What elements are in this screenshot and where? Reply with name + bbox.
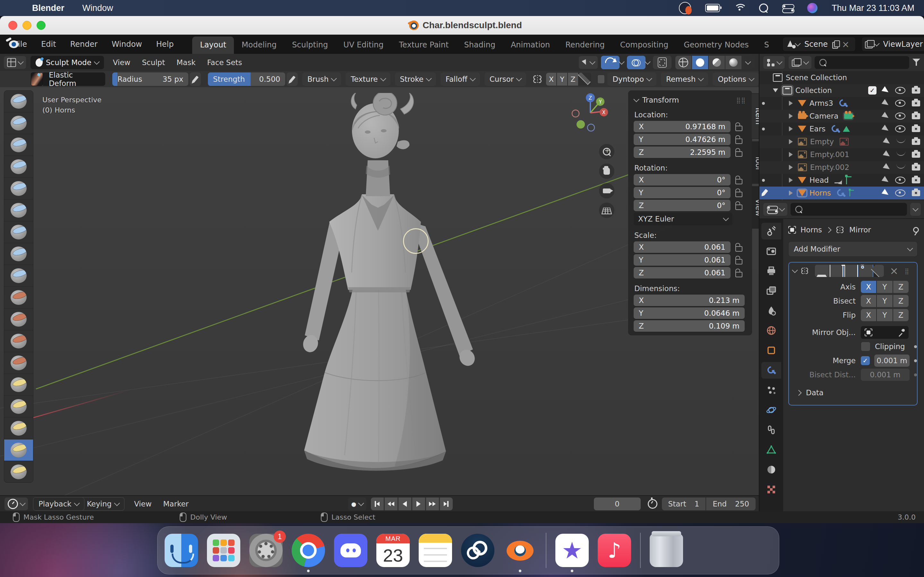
flip-x-button[interactable]: X (861, 309, 876, 321)
zoom-window-button[interactable] (37, 21, 45, 30)
mirror-dropdown[interactable] (579, 73, 590, 85)
eye-closed-icon[interactable] (897, 164, 905, 169)
sculpt-brush-button[interactable] (4, 374, 33, 395)
brush-popover[interactable]: Brush (302, 73, 341, 86)
tab-physics-properties[interactable] (761, 402, 781, 418)
viewlayer-selector[interactable]: ViewLayer × (861, 37, 924, 52)
dock-launchpad-icon[interactable] (207, 534, 240, 567)
sculpt-brush-button[interactable] (4, 396, 33, 417)
sculpt-brush-button[interactable] (4, 178, 33, 199)
render-visibility-icon[interactable] (912, 139, 920, 145)
dock-imovie-icon[interactable] (556, 534, 589, 567)
stroke-popover[interactable]: Stroke (395, 73, 436, 86)
mirror-z-button[interactable]: Z (568, 73, 578, 85)
current-frame-field[interactable]: 0 (594, 498, 641, 510)
playback-menu[interactable]: Playback (33, 497, 84, 511)
xray-toggle[interactable] (653, 56, 672, 69)
lock-icon[interactable] (735, 151, 742, 157)
sculpt-brush-button[interactable] (4, 309, 33, 330)
tab-world-properties[interactable] (761, 322, 781, 339)
render-visibility-icon[interactable] (912, 113, 920, 119)
viewport-menu-item[interactable]: Sculpt (136, 58, 171, 67)
menubar-app-icon[interactable] (679, 2, 691, 14)
zoom-view-button[interactable] (599, 144, 614, 159)
eye-closed-icon[interactable] (897, 151, 905, 156)
dock-settings-icon[interactable]: 1 (249, 534, 283, 567)
dock-notes-icon[interactable] (419, 534, 452, 567)
sculpt-brush-button[interactable] (4, 113, 33, 134)
eye-icon[interactable] (895, 125, 905, 132)
scene-name[interactable]: Scene (800, 40, 832, 49)
render-visibility-icon[interactable] (912, 177, 920, 183)
dock-calendar-icon[interactable]: MAR 23 (376, 534, 410, 567)
viewlayer-name[interactable]: ViewLayer (879, 40, 924, 49)
viewport-menu-item[interactable]: View (107, 58, 136, 67)
timeline-editor-type[interactable] (5, 498, 28, 510)
edit-mode-toggle[interactable] (815, 265, 829, 277)
move-view-button[interactable] (599, 163, 614, 179)
ortho-toggle-button[interactable] (599, 203, 614, 218)
outliner-row-object[interactable]: Empty.002 (759, 161, 924, 174)
dock-trash-icon[interactable] (650, 534, 683, 567)
render-visibility-icon[interactable] (912, 152, 920, 158)
eyedropper-icon[interactable] (898, 329, 905, 336)
properties-editor-type[interactable] (763, 203, 787, 216)
dimension-field[interactable]: X0.213 m (634, 295, 745, 306)
object-name[interactable]: Arms3 (809, 99, 833, 107)
workspace-tab[interactable]: Compositing (612, 37, 676, 54)
sculpt-brush-button[interactable] (4, 265, 33, 286)
options-popover[interactable]: Options (712, 73, 759, 86)
camera-view-button[interactable] (599, 183, 614, 198)
new-scene-icon[interactable] (832, 40, 839, 48)
sculpt-brush-button[interactable] (4, 352, 33, 374)
render-visibility-icon[interactable] (912, 100, 920, 106)
animate-dot[interactable] (914, 374, 917, 376)
sculpt-brush-button[interactable] (4, 440, 33, 461)
viewport-menu-item[interactable]: Mask (171, 58, 201, 67)
end-frame-field[interactable]: End 250 (706, 498, 756, 510)
sculpt-character-model[interactable] (276, 93, 481, 495)
show-overlays-toggle[interactable] (627, 56, 646, 69)
outliner-row-object[interactable]: Camera (759, 110, 924, 122)
tab-particle-properties[interactable] (761, 382, 781, 398)
eye-closed-icon[interactable] (897, 139, 905, 143)
workspace-tab[interactable]: Geometry Nodes (676, 37, 756, 54)
editor-type-button[interactable] (4, 56, 26, 69)
spotlight-icon[interactable] (759, 3, 768, 13)
workspace-tab[interactable]: UV Editing (336, 37, 391, 54)
outliner-row-object[interactable]: Empty.001 (759, 148, 924, 161)
eye-icon[interactable] (895, 87, 905, 94)
app-menu-blender[interactable]: Blender (32, 3, 65, 13)
shading-rendered-button[interactable] (725, 56, 741, 69)
sculpt-brush-button[interactable] (4, 221, 33, 243)
bisect-x-button[interactable]: X (861, 295, 876, 307)
control-center-icon[interactable] (782, 4, 793, 12)
render-visibility-icon[interactable] (912, 126, 920, 132)
modifier-drag-handle[interactable]: ⣿ (905, 268, 914, 274)
active-object-name[interactable]: Horns (809, 189, 831, 197)
sculpt-brush-button[interactable] (4, 134, 33, 155)
workspace-tab[interactable]: Shading (456, 37, 503, 54)
shading-material-button[interactable] (709, 56, 725, 69)
scale-field[interactable]: Y0.061 (634, 254, 730, 266)
outliner-filter-mode[interactable] (788, 56, 811, 69)
play-button[interactable] (412, 498, 425, 510)
next-keyframe-button[interactable] (426, 498, 439, 510)
topbar-menu-item[interactable]: Edit (34, 40, 63, 49)
tab-constraint-properties[interactable] (761, 422, 781, 438)
texture-popover[interactable]: Texture (346, 73, 390, 86)
modifier-extras-dropdown[interactable] (874, 265, 884, 277)
expand-icon[interactable] (789, 113, 793, 119)
dyntopo-checkbox[interactable] (598, 75, 605, 84)
dock-blender-icon[interactable] (503, 534, 537, 567)
bisect-y-button[interactable]: Y (877, 295, 892, 307)
lock-icon[interactable] (735, 139, 742, 144)
object-name[interactable]: Empty.002 (810, 163, 849, 171)
remesh-popover[interactable]: Remesh (661, 73, 708, 86)
radius-slider[interactable]: Radius 35 px (112, 73, 188, 86)
rotation-mode-dropdown[interactable]: XYZ Euler (634, 213, 732, 226)
location-field[interactable]: Y0.47626 m (634, 134, 730, 145)
bisect-distance-field[interactable]: 0.001 m (861, 369, 909, 381)
lock-icon[interactable] (735, 205, 742, 210)
tab-object-properties[interactable] (761, 342, 781, 359)
